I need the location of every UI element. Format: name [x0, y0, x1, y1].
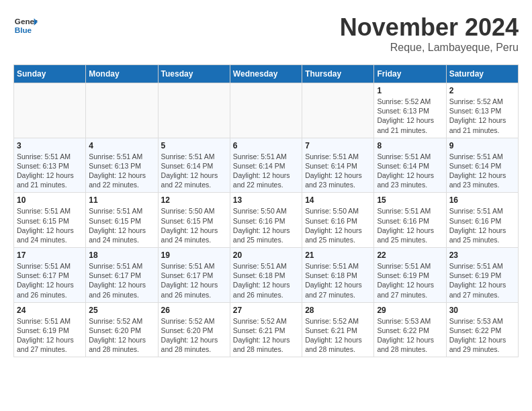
- day-info: Sunrise: 5:51 AM Sunset: 6:19 PM Dayligh…: [449, 261, 515, 300]
- calendar-cell: 22Sunrise: 5:51 AM Sunset: 6:19 PM Dayli…: [374, 248, 446, 303]
- calendar-cell: 16Sunrise: 5:51 AM Sunset: 6:16 PM Dayli…: [446, 193, 518, 248]
- svg-text:Blue: Blue: [15, 26, 32, 34]
- week-row-4: 17Sunrise: 5:51 AM Sunset: 6:17 PM Dayli…: [14, 248, 519, 303]
- calendar-cell: 12Sunrise: 5:50 AM Sunset: 6:15 PM Dayli…: [158, 193, 230, 248]
- day-info: Sunrise: 5:51 AM Sunset: 6:14 PM Dayligh…: [305, 152, 371, 190]
- day-number: 21: [305, 250, 371, 260]
- calendar-cell: 4Sunrise: 5:51 AM Sunset: 6:13 PM Daylig…: [86, 138, 158, 193]
- title-area: November 2024 Reque, Lambayeque, Peru: [340, 13, 519, 54]
- day-number: 23: [449, 250, 515, 260]
- calendar-cell: 24Sunrise: 5:51 AM Sunset: 6:19 PM Dayli…: [14, 302, 86, 357]
- calendar-cell: 21Sunrise: 5:51 AM Sunset: 6:18 PM Dayli…: [302, 248, 374, 303]
- calendar-cell: 28Sunrise: 5:52 AM Sunset: 6:21 PM Dayli…: [302, 302, 374, 357]
- day-number: 10: [17, 195, 83, 205]
- calendar-cell: 9Sunrise: 5:51 AM Sunset: 6:14 PM Daylig…: [446, 138, 518, 193]
- day-info: Sunrise: 5:52 AM Sunset: 6:20 PM Dayligh…: [89, 316, 154, 355]
- weekday-header-thursday: Thursday: [302, 65, 374, 83]
- calendar-cell: 29Sunrise: 5:53 AM Sunset: 6:22 PM Dayli…: [374, 302, 446, 357]
- calendar-cell: [230, 83, 302, 138]
- calendar-table: SundayMondayTuesdayWednesdayThursdayFrid…: [13, 64, 519, 357]
- day-number: 8: [377, 141, 443, 150]
- weekday-header-tuesday: Tuesday: [158, 65, 230, 83]
- day-info: Sunrise: 5:50 AM Sunset: 6:16 PM Dayligh…: [305, 206, 371, 244]
- calendar-cell: 5Sunrise: 5:51 AM Sunset: 6:14 PM Daylig…: [158, 138, 230, 193]
- day-number: 9: [449, 141, 515, 150]
- day-info: Sunrise: 5:51 AM Sunset: 6:19 PM Dayligh…: [377, 261, 443, 300]
- weekday-header-wednesday: Wednesday: [230, 65, 302, 83]
- month-title: November 2024: [340, 13, 519, 42]
- day-info: Sunrise: 5:52 AM Sunset: 6:20 PM Dayligh…: [161, 316, 227, 355]
- day-info: Sunrise: 5:52 AM Sunset: 6:21 PM Dayligh…: [305, 316, 371, 355]
- calendar-cell: [158, 83, 230, 138]
- day-number: 25: [89, 306, 154, 315]
- day-info: Sunrise: 5:52 AM Sunset: 6:13 PM Dayligh…: [377, 97, 443, 135]
- day-number: 14: [305, 195, 371, 205]
- day-info: Sunrise: 5:52 AM Sunset: 6:13 PM Dayligh…: [449, 97, 515, 135]
- day-info: Sunrise: 5:52 AM Sunset: 6:21 PM Dayligh…: [233, 316, 299, 355]
- weekday-header-sunday: Sunday: [14, 65, 86, 83]
- day-info: Sunrise: 5:51 AM Sunset: 6:14 PM Dayligh…: [233, 152, 299, 190]
- day-info: Sunrise: 5:51 AM Sunset: 6:13 PM Dayligh…: [89, 152, 154, 190]
- day-number: 13: [233, 195, 299, 205]
- location-title: Reque, Lambayeque, Peru: [340, 42, 519, 54]
- day-info: Sunrise: 5:51 AM Sunset: 6:18 PM Dayligh…: [305, 261, 371, 300]
- calendar-cell: [86, 83, 158, 138]
- calendar-cell: 7Sunrise: 5:51 AM Sunset: 6:14 PM Daylig…: [302, 138, 374, 193]
- day-info: Sunrise: 5:51 AM Sunset: 6:15 PM Dayligh…: [89, 206, 154, 244]
- day-number: 2: [449, 86, 515, 95]
- calendar-cell: 18Sunrise: 5:51 AM Sunset: 6:17 PM Dayli…: [86, 248, 158, 303]
- day-number: 5: [161, 141, 227, 150]
- logo: General Blue: [13, 13, 38, 38]
- calendar-cell: [302, 83, 374, 138]
- day-number: 20: [233, 250, 299, 260]
- day-number: 17: [17, 250, 83, 260]
- day-info: Sunrise: 5:51 AM Sunset: 6:14 PM Dayligh…: [449, 152, 515, 190]
- day-number: 30: [449, 306, 515, 315]
- day-info: Sunrise: 5:51 AM Sunset: 6:16 PM Dayligh…: [449, 206, 515, 244]
- calendar-cell: [14, 83, 86, 138]
- calendar-cell: 8Sunrise: 5:51 AM Sunset: 6:14 PM Daylig…: [374, 138, 446, 193]
- page-header: General Blue November 2024 Reque, Lambay…: [13, 13, 519, 54]
- day-number: 1: [377, 86, 443, 95]
- day-number: 3: [17, 141, 83, 150]
- day-info: Sunrise: 5:51 AM Sunset: 6:16 PM Dayligh…: [377, 206, 443, 244]
- weekday-header-row: SundayMondayTuesdayWednesdayThursdayFrid…: [14, 65, 519, 83]
- day-number: 12: [161, 195, 227, 205]
- day-number: 19: [161, 250, 227, 260]
- calendar-cell: 30Sunrise: 5:53 AM Sunset: 6:22 PM Dayli…: [446, 302, 518, 357]
- day-info: Sunrise: 5:51 AM Sunset: 6:17 PM Dayligh…: [161, 261, 227, 300]
- day-number: 26: [161, 306, 227, 315]
- calendar-cell: 19Sunrise: 5:51 AM Sunset: 6:17 PM Dayli…: [158, 248, 230, 303]
- logo-icon: General Blue: [13, 13, 38, 38]
- calendar-cell: 23Sunrise: 5:51 AM Sunset: 6:19 PM Dayli…: [446, 248, 518, 303]
- calendar-cell: 15Sunrise: 5:51 AM Sunset: 6:16 PM Dayli…: [374, 193, 446, 248]
- day-info: Sunrise: 5:53 AM Sunset: 6:22 PM Dayligh…: [449, 316, 515, 355]
- day-info: Sunrise: 5:51 AM Sunset: 6:15 PM Dayligh…: [17, 206, 83, 244]
- day-number: 24: [17, 306, 83, 315]
- calendar-cell: 20Sunrise: 5:51 AM Sunset: 6:18 PM Dayli…: [230, 248, 302, 303]
- calendar-cell: 6Sunrise: 5:51 AM Sunset: 6:14 PM Daylig…: [230, 138, 302, 193]
- day-number: 7: [305, 141, 371, 150]
- day-number: 11: [89, 195, 154, 205]
- day-info: Sunrise: 5:51 AM Sunset: 6:14 PM Dayligh…: [161, 152, 227, 190]
- weekday-header-monday: Monday: [86, 65, 158, 83]
- weekday-header-saturday: Saturday: [446, 65, 518, 83]
- day-number: 27: [233, 306, 299, 315]
- calendar-cell: 14Sunrise: 5:50 AM Sunset: 6:16 PM Dayli…: [302, 193, 374, 248]
- day-number: 4: [89, 141, 154, 150]
- day-number: 18: [89, 250, 154, 260]
- calendar-cell: 11Sunrise: 5:51 AM Sunset: 6:15 PM Dayli…: [86, 193, 158, 248]
- day-number: 16: [449, 195, 515, 205]
- week-row-5: 24Sunrise: 5:51 AM Sunset: 6:19 PM Dayli…: [14, 302, 519, 357]
- day-number: 28: [305, 306, 371, 315]
- week-row-3: 10Sunrise: 5:51 AM Sunset: 6:15 PM Dayli…: [14, 193, 519, 248]
- day-info: Sunrise: 5:51 AM Sunset: 6:13 PM Dayligh…: [17, 152, 83, 190]
- calendar-cell: 25Sunrise: 5:52 AM Sunset: 6:20 PM Dayli…: [86, 302, 158, 357]
- day-number: 15: [377, 195, 443, 205]
- calendar-cell: 13Sunrise: 5:50 AM Sunset: 6:16 PM Dayli…: [230, 193, 302, 248]
- calendar-cell: 3Sunrise: 5:51 AM Sunset: 6:13 PM Daylig…: [14, 138, 86, 193]
- week-row-1: 1Sunrise: 5:52 AM Sunset: 6:13 PM Daylig…: [14, 83, 519, 138]
- day-number: 6: [233, 141, 299, 150]
- day-number: 29: [377, 306, 443, 315]
- calendar-cell: 26Sunrise: 5:52 AM Sunset: 6:20 PM Dayli…: [158, 302, 230, 357]
